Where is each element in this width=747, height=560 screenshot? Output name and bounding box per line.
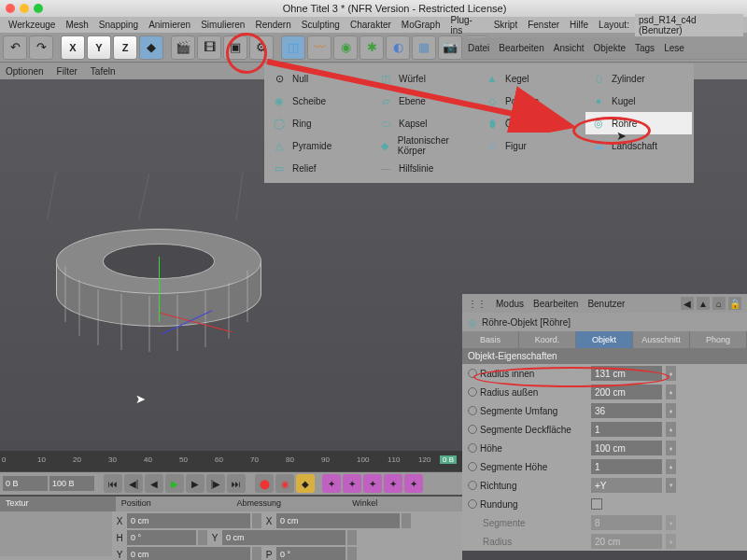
rundung-checkbox[interactable] <box>591 498 602 510</box>
autokey-button[interactable]: ◉ <box>275 474 294 493</box>
ang-P-input[interactable]: 0 ° <box>276 547 345 560</box>
attr-handle-icon[interactable]: ⋮⋮ <box>468 299 486 309</box>
primitive-sphere[interactable]: ●Kugel <box>585 90 692 112</box>
spinner-button[interactable] <box>347 547 357 560</box>
camera-button[interactable]: 📷 <box>438 35 462 60</box>
primitive-guide[interactable]: —Hilfslinie <box>373 157 479 179</box>
timeline[interactable]: 0 10 20 30 40 50 60 70 80 90 100 110 120… <box>0 451 462 471</box>
primitive-plane[interactable]: ▱Ebene <box>373 90 479 112</box>
nav-up-button[interactable]: ▲ <box>697 297 710 310</box>
prev-frame-button[interactable]: ◀ <box>145 474 163 493</box>
keyframe-dot[interactable] <box>468 387 477 397</box>
keyframe-dot[interactable] <box>468 499 477 509</box>
menu-item[interactable]: Skript <box>489 20 523 30</box>
primitive-relief[interactable]: ▭Relief <box>266 157 373 179</box>
rot-key-button[interactable]: ✦ <box>363 474 382 493</box>
redo-button[interactable]: ↷ <box>29 35 53 60</box>
zoom-window-icon[interactable] <box>34 4 43 13</box>
close-window-icon[interactable] <box>6 4 15 13</box>
minimize-window-icon[interactable] <box>20 4 29 13</box>
primitive-tube[interactable]: ◎Röhre <box>585 112 692 134</box>
keyframe-dot[interactable] <box>468 425 477 434</box>
textur-tab[interactable]: Textur <box>0 497 116 511</box>
dim-X-input[interactable]: 0 cm <box>276 513 400 528</box>
pos-Y-input[interactable]: 0 cm <box>222 530 345 545</box>
om-menu[interactable]: Tags <box>635 43 655 53</box>
menu-item[interactable]: Rendern <box>250 20 295 30</box>
render-settings-button[interactable]: ⚙ <box>249 35 274 60</box>
keyframe-button[interactable]: ◆ <box>296 474 315 493</box>
primitive-cube[interactable]: ◫Würfel <box>373 67 479 90</box>
pla-key-button[interactable]: ✦ <box>404 474 423 493</box>
nav-back-button[interactable]: ◀ <box>681 297 694 310</box>
menu-item[interactable]: MoGraph <box>397 20 445 30</box>
om-menu[interactable]: Bearbeiten <box>499 43 543 53</box>
spinner-button[interactable] <box>347 530 357 545</box>
scale-key-button[interactable]: ✦ <box>343 474 361 493</box>
axis-lock-button[interactable]: ◆ <box>139 35 163 60</box>
seg-deck-input[interactable]: 1 <box>591 422 662 437</box>
spinner-button[interactable] <box>402 513 411 528</box>
keyframe-dot[interactable] <box>468 443 477 453</box>
material-preview[interactable] <box>0 511 112 556</box>
primitive-landscape[interactable]: ⛰Landschaft <box>585 134 692 157</box>
record-button[interactable]: ⬤ <box>255 474 274 493</box>
nav-home-button[interactable]: ⌂ <box>712 297 726 310</box>
render-picture-button[interactable]: 🎞 <box>197 35 221 60</box>
keyframe-dot[interactable] <box>468 462 477 471</box>
menu-item[interactable]: Werkzeuge <box>4 20 60 30</box>
menu-item[interactable]: Sculpting <box>297 20 345 30</box>
keyframe-dot[interactable] <box>468 369 477 378</box>
primitive-pyramid[interactable]: △Pyramide <box>266 134 373 157</box>
tab-basis[interactable]: Basis <box>462 331 519 348</box>
menu-item[interactable]: Simulieren <box>196 20 249 30</box>
attr-menu[interactable]: Bearbeiten <box>533 299 578 309</box>
primitive-ring[interactable]: ◯Ring <box>266 112 373 134</box>
spinner-button[interactable]: ♦ <box>666 459 676 474</box>
primitive-disc[interactable]: ◉Scheibe <box>266 90 373 112</box>
timeline-ruler[interactable]: 0 10 20 30 40 50 60 70 80 90 100 110 120… <box>0 451 462 464</box>
tab-ausschnitt[interactable]: Ausschnitt <box>633 331 690 348</box>
primitive-cube-button[interactable]: ◫ <box>281 35 305 60</box>
hoehe-input[interactable]: 100 cm <box>591 441 662 455</box>
environment-button[interactable]: ▦ <box>412 35 436 60</box>
playhead[interactable]: 0 B <box>440 455 457 464</box>
om-menu[interactable]: Objekte <box>594 43 626 53</box>
deformer-button[interactable]: ◐ <box>386 35 410 60</box>
viewport-menu[interactable]: Tafeln <box>91 66 116 77</box>
seg-umfang-input[interactable]: 36 <box>591 403 662 418</box>
start-frame-input[interactable]: 0 B <box>3 476 48 491</box>
spinner-button[interactable]: ♦ <box>666 403 676 418</box>
dropdown-icon[interactable]: ▾ <box>666 478 676 493</box>
menu-item[interactable]: Animieren <box>144 20 195 30</box>
keyframe-dot[interactable] <box>468 481 477 490</box>
pos-X-input[interactable]: 0 cm <box>127 513 250 528</box>
primitive-platonic[interactable]: ◆Platonischer Körper <box>373 134 479 157</box>
dim-Y-input[interactable]: 0 cm <box>127 547 250 560</box>
goto-end-button[interactable]: ⏭ <box>227 474 246 493</box>
menu-item[interactable]: Charakter <box>345 20 396 30</box>
attr-menu[interactable]: Modus <box>496 299 524 309</box>
tab-objekt[interactable]: Objekt <box>576 331 633 348</box>
primitive-null[interactable]: ⊙Null <box>266 67 373 90</box>
spinner-button[interactable] <box>198 530 207 545</box>
menu-item[interactable]: Snapping <box>94 20 143 30</box>
array-button[interactable]: ✱ <box>359 35 384 60</box>
viewport-menu[interactable]: Optionen <box>6 66 44 77</box>
spinner-button[interactable]: ♦ <box>666 366 676 381</box>
spinner-button[interactable]: ♦ <box>666 422 676 437</box>
seg-hoehe-input[interactable]: 1 <box>591 459 662 474</box>
goto-start-button[interactable]: ⏮ <box>104 474 122 493</box>
primitive-cylinder[interactable]: ⬯Zylinder <box>585 67 692 90</box>
next-frame-button[interactable]: ▶ <box>186 474 204 493</box>
end-frame-input[interactable]: 100 B <box>49 476 94 491</box>
keyframe-dot[interactable] <box>468 406 477 415</box>
menu-item[interactable]: Hilfe <box>565 20 593 30</box>
tab-koord[interactable]: Koord. <box>519 331 576 348</box>
axis-z-button[interactable]: Z <box>113 35 137 60</box>
spinner-button[interactable] <box>252 513 261 528</box>
primitive-oiltank[interactable]: ⬮Öltank <box>479 112 585 134</box>
spinner-button[interactable]: ♦ <box>666 385 676 399</box>
nav-lock-button[interactable]: 🔒 <box>728 297 741 310</box>
render-view-button[interactable]: 🎬 <box>171 35 195 60</box>
